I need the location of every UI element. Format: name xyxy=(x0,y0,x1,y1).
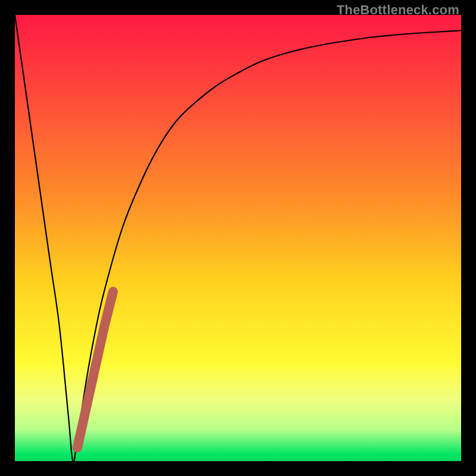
watermark-text: TheBottleneck.com xyxy=(337,2,459,18)
plot-area xyxy=(15,15,461,461)
bottleneck-curve xyxy=(15,15,461,461)
curve-layer xyxy=(15,15,461,461)
highlight-segment xyxy=(77,292,113,448)
chart-frame: TheBottleneck.com xyxy=(0,0,476,476)
